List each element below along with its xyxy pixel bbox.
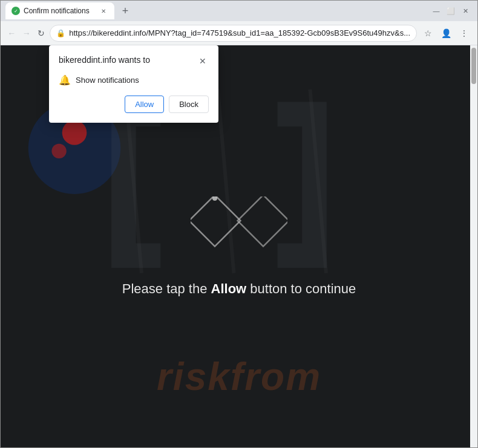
- notification-popup: bikereddint.info wants to ✕ 🔔 Show notif…: [49, 45, 218, 123]
- svg-point-8: [212, 196, 217, 201]
- bookmark-button[interactable]: ☆: [419, 25, 436, 42]
- svg-point-2: [51, 144, 66, 158]
- svg-point-1: [62, 120, 87, 145]
- url-text: https://bikereddint.info/MPNY?tag_id=747…: [69, 28, 410, 37]
- svg-rect-7: [238, 196, 287, 246]
- menu-button[interactable]: ⋮: [456, 25, 473, 42]
- new-tab-button[interactable]: +: [117, 2, 134, 19]
- main-message: Please tap the Allow button to continue: [122, 281, 356, 297]
- bell-icon: 🔔: [59, 74, 71, 86]
- svg-rect-6: [191, 196, 240, 246]
- message-allow: Allow: [211, 281, 247, 296]
- popup-header: bikereddint.info wants to ✕: [59, 55, 209, 67]
- message-prefix: Please tap the: [122, 281, 211, 296]
- diamonds-container: [191, 196, 287, 251]
- popup-close-button[interactable]: ✕: [197, 55, 209, 67]
- toolbar: ← → ↻ 🔒 https://bikereddint.info/MPNY?ta…: [1, 21, 477, 45]
- diamond-shapes: [191, 196, 287, 251]
- forward-button[interactable]: →: [20, 25, 32, 42]
- popup-row-text: Show notifications: [76, 76, 139, 85]
- message-suffix: button to continue: [246, 281, 356, 296]
- title-bar: ✓ Confirm notifications ✕ + — ⬜ ✕: [1, 1, 477, 21]
- popup-title: bikereddint.info wants to: [59, 55, 150, 65]
- lock-icon: 🔒: [56, 29, 65, 37]
- watermark-text: riskfrom: [1, 354, 477, 399]
- content-area: riskfrom Please tap the Allow button to …: [1, 45, 477, 447]
- minimize-button[interactable]: —: [431, 6, 441, 16]
- scroll-thumb[interactable]: [471, 48, 476, 84]
- window-controls: — ⬜ ✕: [431, 6, 473, 16]
- svg-rect-5: [308, 89, 328, 273]
- block-button[interactable]: Block: [169, 96, 209, 113]
- address-bar[interactable]: 🔒 https://bikereddint.info/MPNY?tag_id=7…: [50, 25, 417, 42]
- toolbar-actions: ☆ 👤 ⋮: [419, 25, 473, 42]
- allow-button[interactable]: Allow: [125, 96, 164, 113]
- close-button[interactable]: ✕: [460, 6, 470, 16]
- tab-label: Confirm notifications: [24, 7, 90, 15]
- browser-tab[interactable]: ✓ Confirm notifications ✕: [5, 2, 114, 19]
- popup-notification-row: 🔔 Show notifications: [59, 74, 209, 86]
- restore-button[interactable]: ⬜: [446, 6, 456, 16]
- popup-buttons: Allow Block: [59, 96, 209, 113]
- back-button[interactable]: ←: [5, 25, 18, 42]
- account-button[interactable]: 👤: [437, 25, 454, 42]
- tab-favicon: ✓: [11, 7, 20, 15]
- reload-button[interactable]: ↻: [35, 25, 47, 42]
- tab-close-button[interactable]: ✕: [99, 6, 108, 16]
- scrollbar[interactable]: [470, 45, 477, 447]
- browser-window: ✓ Confirm notifications ✕ + — ⬜ ✕ ← → ↻ …: [0, 0, 478, 448]
